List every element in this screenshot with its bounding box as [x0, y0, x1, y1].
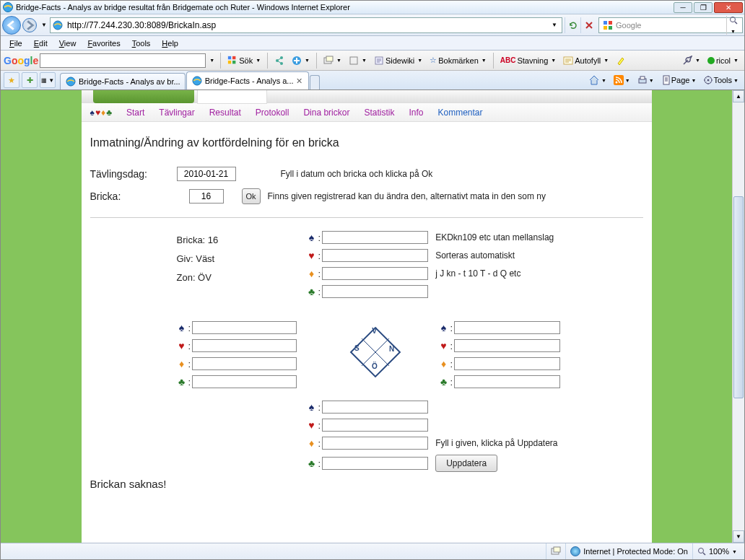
browser-search-box[interactable]: Google ▼: [598, 17, 743, 33]
bookmarks-button[interactable]: ☆Bokmärken▼: [427, 53, 489, 69]
north-diamonds-input[interactable]: [322, 267, 428, 280]
quick-tabs-button[interactable]: ▦ ▼: [40, 72, 56, 88]
back-button[interactable]: [2, 16, 21, 35]
east-diamonds-input[interactable]: [454, 357, 560, 370]
print-button[interactable]: ▼: [635, 73, 657, 87]
svg-rect-10: [232, 61, 235, 64]
close-button[interactable]: ✕: [714, 2, 743, 13]
north-spades-input[interactable]: [322, 231, 428, 244]
plus-icon[interactable]: ▼: [289, 53, 313, 69]
restore-button[interactable]: ❐: [694, 2, 713, 13]
refresh-button[interactable]: [565, 17, 580, 33]
nav-statistik[interactable]: Statistik: [364, 108, 394, 118]
tavlingsdag-input[interactable]: [177, 167, 236, 181]
menu-tools[interactable]: Tools: [126, 39, 157, 48]
tab-close-icon[interactable]: ✕: [295, 76, 304, 86]
search-go-button[interactable]: ▼: [726, 16, 739, 35]
svg-rect-5: [609, 26, 612, 30]
share-icon[interactable]: [271, 53, 287, 69]
nav-tavlingar[interactable]: Tävlingar: [159, 108, 194, 118]
nav-info[interactable]: Info: [409, 108, 423, 118]
window-title: Bridge-Facts - Analys av bridge resultat…: [16, 3, 674, 12]
page-title: Inmatning/Ändring av kortfördelning för …: [90, 136, 643, 149]
forward-button[interactable]: [22, 18, 37, 32]
autofill-button[interactable]: Autofyll▼: [560, 53, 611, 69]
diamond-icon: ♦: [439, 358, 449, 369]
new-window-icon[interactable]: ▼: [346, 53, 370, 69]
address-input[interactable]: [66, 19, 549, 31]
north-hearts-input[interactable]: [322, 249, 428, 262]
spellcheck-button[interactable]: ABCStavning▼: [497, 53, 559, 69]
menu-edit[interactable]: Edit: [28, 39, 53, 48]
page-menu-button[interactable]: Page▼: [658, 73, 700, 87]
south-clubs-input[interactable]: [322, 457, 428, 470]
diamond-icon: ♦: [307, 437, 317, 449]
tavlingsdag-label: Tävlingsdag:: [90, 168, 177, 180]
scroll-thumb[interactable]: [733, 196, 744, 398]
tab-2-active[interactable]: Bridge-Facts - Analys a... ✕: [186, 71, 309, 89]
svg-rect-9: [228, 61, 231, 64]
menu-file[interactable]: File: [4, 39, 28, 48]
south-spades-input[interactable]: [322, 401, 428, 414]
scroll-up-button[interactable]: ▲: [733, 90, 744, 102]
home-button[interactable]: ▼: [585, 73, 609, 87]
wrench-icon[interactable]: ▼: [679, 53, 703, 69]
sidewiki-button[interactable]: Sidewiki▼: [371, 53, 425, 69]
status-zoom[interactable]: 100% ▼: [692, 543, 741, 559]
status-zone[interactable]: Internet | Protected Mode: On: [565, 543, 692, 559]
nav-kommentar[interactable]: Kommentar: [437, 108, 482, 118]
status-popup-icon[interactable]: [546, 543, 565, 559]
menu-view[interactable]: View: [53, 39, 82, 48]
address-dropdown[interactable]: ▼: [549, 22, 560, 28]
south-diamonds-input[interactable]: [322, 437, 428, 450]
site-nav: ♠♥♦♣ Start Tävlingar Resultat Protokoll …: [82, 103, 652, 122]
west-spades-input[interactable]: [192, 321, 297, 334]
user-button[interactable]: ricol▼: [705, 53, 741, 69]
vertical-scrollbar[interactable]: ▲ ▼: [732, 90, 744, 543]
address-bar[interactable]: ▼: [50, 17, 562, 33]
east-spades-input[interactable]: [454, 321, 560, 334]
status-bar: Internet | Protected Mode: On 100% ▼: [1, 543, 744, 559]
highlight-icon[interactable]: [613, 53, 629, 69]
update-button[interactable]: Uppdatera: [435, 455, 497, 472]
deal-info: Bricka: 16 Giv: Väst Zon: ÖV: [177, 231, 219, 287]
west-hearts-input[interactable]: [192, 339, 297, 352]
east-clubs-input[interactable]: [454, 375, 560, 388]
add-favorite-button[interactable]: ✚: [22, 72, 38, 88]
minimize-button[interactable]: ─: [674, 2, 692, 13]
nav-dina-brickor[interactable]: Dina brickor: [303, 108, 349, 118]
menu-favorites[interactable]: Favorites: [82, 39, 126, 48]
svg-point-6: [730, 17, 735, 22]
google-search-input[interactable]: [40, 53, 206, 68]
east-hearts-input[interactable]: [454, 339, 560, 352]
stop-button[interactable]: [580, 17, 596, 33]
west-clubs-input[interactable]: [192, 375, 297, 388]
heart-icon: ♥: [439, 340, 449, 351]
google-search-button[interactable]: Sök▼: [225, 53, 263, 69]
info-giv: Giv: Väst: [177, 250, 219, 268]
popup-icon[interactable]: ▼: [321, 53, 344, 69]
nav-protokoll[interactable]: Protokoll: [256, 108, 289, 118]
page-icon: [52, 19, 64, 31]
menu-help[interactable]: Help: [156, 39, 184, 48]
tab-1[interactable]: Bridge-Facts - Analys av br...: [60, 73, 186, 89]
north-clubs-input[interactable]: [322, 285, 428, 298]
west-diamonds-input[interactable]: [192, 357, 297, 370]
recent-dropdown[interactable]: ▼: [41, 22, 47, 28]
scroll-down-button[interactable]: ▼: [733, 530, 744, 543]
nav-resultat[interactable]: Resultat: [209, 108, 241, 118]
north-hint-spades: EKDkn109 etc utan mellanslag: [435, 232, 554, 242]
svg-rect-7: [228, 56, 231, 58]
nav-start[interactable]: Start: [126, 108, 144, 118]
south-hearts-input[interactable]: [322, 419, 428, 432]
google-logo: Google: [4, 55, 38, 66]
ok-button[interactable]: Ok: [242, 188, 261, 204]
bricka-input[interactable]: [189, 189, 224, 204]
feeds-button[interactable]: ▼: [611, 73, 633, 87]
favorites-star-button[interactable]: ★: [4, 72, 19, 88]
svg-rect-17: [350, 57, 357, 64]
new-tab-button[interactable]: [310, 75, 320, 89]
north-hint-hearts: Sorteras automatiskt: [435, 250, 515, 261]
google-search-dropdown[interactable]: ▼: [207, 58, 217, 63]
tools-menu-button[interactable]: Tools▼: [700, 73, 741, 87]
